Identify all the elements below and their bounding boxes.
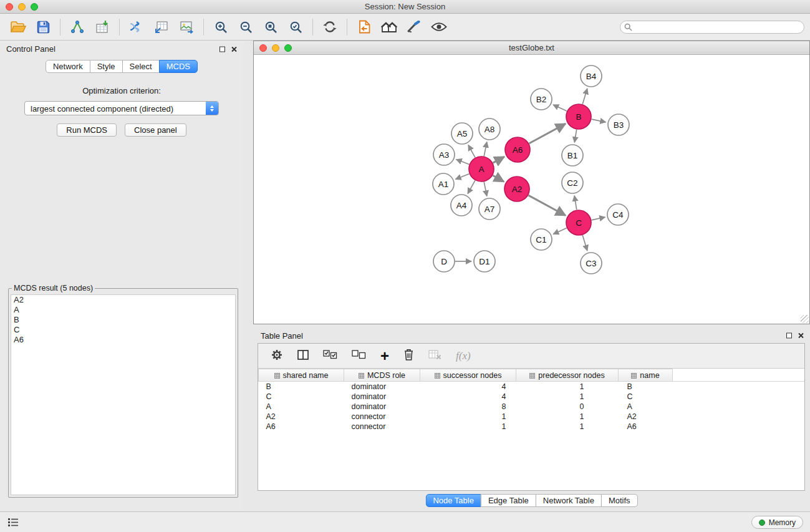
close-network-window-button[interactable] bbox=[259, 44, 267, 52]
column-header-name[interactable]: name bbox=[619, 369, 673, 382]
graph-node-A3[interactable]: A3 bbox=[433, 144, 455, 165]
task-history-icon[interactable] bbox=[7, 518, 19, 530]
eye-icon[interactable] bbox=[427, 16, 451, 38]
result-item[interactable]: B bbox=[11, 315, 235, 325]
mcds-result-list[interactable]: A2ABCA6 bbox=[11, 294, 236, 495]
import-table-from-file-icon[interactable] bbox=[90, 16, 115, 38]
graph-node-C[interactable]: C bbox=[566, 210, 591, 235]
graph-edge-A-A4[interactable] bbox=[468, 180, 475, 193]
tab-mcds[interactable]: MCDS bbox=[159, 60, 198, 73]
graph-edge-A-A7[interactable] bbox=[484, 182, 487, 196]
minimize-window-button[interactable] bbox=[18, 3, 26, 11]
tab-edge-table[interactable]: Edge Table bbox=[481, 494, 536, 507]
graph-edge-C-C4[interactable] bbox=[592, 217, 605, 220]
close-table-panel-icon[interactable] bbox=[798, 333, 804, 339]
zoom-selected-icon[interactable] bbox=[283, 16, 308, 38]
home-icon[interactable] bbox=[377, 16, 402, 38]
result-item[interactable]: A2 bbox=[11, 295, 235, 305]
export-image-icon[interactable] bbox=[174, 16, 199, 38]
import-network-icon[interactable] bbox=[124, 16, 149, 38]
annotation-pen-icon[interactable] bbox=[402, 16, 427, 38]
column-header-successor-nodes[interactable]: successor nodes bbox=[420, 369, 516, 382]
column-header-shared-name[interactable]: shared name bbox=[259, 369, 344, 382]
column-header-mcds-role[interactable]: MCDS role bbox=[344, 369, 420, 382]
zoom-network-window-button[interactable] bbox=[284, 44, 292, 52]
import-table-icon[interactable] bbox=[149, 16, 174, 38]
graph-edge-C-C2[interactable] bbox=[574, 196, 577, 210]
graph-node-A4[interactable]: A4 bbox=[451, 195, 472, 216]
graph-node-A[interactable]: A bbox=[469, 157, 494, 181]
graph-node-D[interactable]: D bbox=[433, 251, 455, 272]
graph-node-C1[interactable]: C1 bbox=[531, 229, 552, 250]
graph-node-C2[interactable]: C2 bbox=[562, 172, 583, 193]
criterion-dropdown[interactable]: largest connected component (directed) bbox=[24, 101, 219, 115]
graph-node-B[interactable]: B bbox=[566, 104, 591, 129]
graph-node-A6[interactable]: A6 bbox=[505, 137, 530, 162]
tab-network-table[interactable]: Network Table bbox=[536, 494, 602, 507]
float-table-panel-icon[interactable] bbox=[786, 333, 792, 339]
deselect-all-rows-icon[interactable] bbox=[352, 350, 366, 362]
graph-node-A2[interactable]: A2 bbox=[504, 177, 529, 201]
network-canvas[interactable]: B4B2BB3A8A5A6A3B1AC2A1A2A4A7C4CC1DD1C3 bbox=[254, 56, 809, 324]
table-row[interactable]: A2connector11A2 bbox=[259, 412, 805, 422]
minimize-network-window-button[interactable] bbox=[272, 44, 279, 52]
close-panel-icon[interactable] bbox=[231, 46, 237, 52]
apply-preferred-layout-icon[interactable] bbox=[352, 16, 377, 38]
zoom-in-icon[interactable] bbox=[208, 16, 233, 38]
result-item[interactable]: A bbox=[11, 305, 235, 315]
graph-node-A8[interactable]: A8 bbox=[479, 118, 500, 140]
open-session-icon[interactable] bbox=[6, 16, 31, 38]
graph-node-C3[interactable]: C3 bbox=[581, 253, 602, 274]
table-row[interactable]: A6connector11A6 bbox=[259, 422, 805, 432]
memory-button[interactable]: Memory bbox=[751, 516, 803, 529]
table-row[interactable]: Bdominator41B bbox=[259, 382, 805, 392]
graph-edge-A6-B[interactable] bbox=[529, 123, 566, 143]
graph-edge-B-B3[interactable] bbox=[592, 119, 606, 122]
tab-network[interactable]: Network bbox=[46, 60, 90, 73]
close-window-button[interactable] bbox=[6, 3, 13, 11]
graph-node-B4[interactable]: B4 bbox=[581, 65, 602, 87]
delete-column-icon[interactable] bbox=[403, 348, 414, 364]
graph-edge-B-B2[interactable] bbox=[553, 105, 567, 111]
graph-edge-B-B1[interactable] bbox=[574, 130, 576, 143]
tab-node-table[interactable]: Node Table bbox=[425, 494, 481, 507]
graph-edge-A-A8[interactable] bbox=[484, 142, 487, 157]
function-builder-icon[interactable]: f(x) bbox=[456, 350, 471, 362]
save-session-icon[interactable] bbox=[31, 16, 55, 38]
table-row[interactable]: Cdominator41C bbox=[259, 392, 805, 402]
tab-style[interactable]: Style bbox=[90, 60, 123, 73]
float-panel-icon[interactable] bbox=[219, 46, 225, 52]
run-mcds-button[interactable]: Run MCDS bbox=[57, 123, 117, 137]
show-columns-icon[interactable] bbox=[297, 349, 309, 363]
tab-motifs[interactable]: Motifs bbox=[601, 494, 638, 507]
graph-node-A1[interactable]: A1 bbox=[433, 173, 454, 195]
graph-node-C4[interactable]: C4 bbox=[607, 204, 629, 225]
result-item[interactable]: C bbox=[11, 325, 235, 335]
create-column-icon[interactable]: + bbox=[380, 350, 389, 362]
graph-edge-C-C1[interactable] bbox=[553, 228, 567, 235]
graph-edge-A-A2[interactable] bbox=[493, 175, 504, 181]
zoom-out-icon[interactable] bbox=[233, 16, 258, 38]
graph-node-B1[interactable]: B1 bbox=[562, 145, 583, 166]
graph-node-B3[interactable]: B3 bbox=[608, 114, 629, 135]
graph-node-A7[interactable]: A7 bbox=[479, 198, 500, 220]
graph-node-D1[interactable]: D1 bbox=[474, 251, 495, 272]
select-all-rows-icon[interactable] bbox=[323, 350, 337, 362]
refresh-view-icon[interactable] bbox=[317, 16, 342, 38]
tab-select[interactable]: Select bbox=[122, 60, 160, 73]
zoom-fit-icon[interactable] bbox=[258, 16, 283, 38]
delete-table-icon[interactable] bbox=[428, 349, 441, 362]
graph-edge-A-A1[interactable] bbox=[456, 174, 470, 180]
close-panel-button[interactable]: Close panel bbox=[125, 123, 186, 137]
column-header-predecessor-nodes[interactable]: predecessor nodes bbox=[516, 369, 619, 382]
result-item[interactable]: A6 bbox=[11, 335, 235, 345]
graph-edge-A-A6[interactable] bbox=[493, 157, 504, 163]
zoom-window-button[interactable] bbox=[31, 3, 38, 11]
graph-edge-C-C3[interactable] bbox=[582, 235, 587, 251]
table-row[interactable]: Adominator80A bbox=[259, 402, 805, 412]
graph-edge-A-A5[interactable] bbox=[468, 145, 475, 157]
import-network-from-file-icon[interactable] bbox=[65, 16, 90, 38]
table-settings-gear-icon[interactable] bbox=[271, 349, 283, 364]
graph-edge-A-A3[interactable] bbox=[456, 160, 470, 165]
graph-node-B2[interactable]: B2 bbox=[531, 89, 552, 110]
